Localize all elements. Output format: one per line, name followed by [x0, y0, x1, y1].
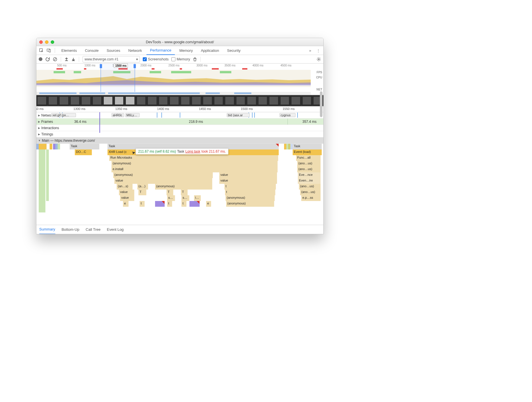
network-request-chip[interactable]: bid (aax.ar: [227, 113, 250, 117]
tab-security[interactable]: Security: [224, 46, 244, 55]
flame-segment[interactable]: T: [181, 190, 188, 195]
flame-segment[interactable]: (anonymous): [155, 184, 212, 190]
performance-toolbar: www.theverge.com #1 ▾ ✓ Screenshots Memo…: [36, 55, 323, 64]
flame-segment[interactable]: (anonymous): [112, 161, 278, 167]
flame-task[interactable]: Task: [70, 144, 99, 149]
svg-point-7: [318, 58, 319, 60]
tab-memory[interactable]: Memory: [176, 46, 196, 55]
device-toggle-icon[interactable]: [46, 47, 52, 54]
main-thread-header[interactable]: ▼Main — https://www.theverge.com/: [36, 137, 323, 144]
tab-sources[interactable]: Sources: [103, 46, 124, 55]
tab-performance[interactable]: Performance: [146, 46, 175, 55]
trash-icon[interactable]: [193, 57, 197, 61]
flame-segment[interactable]: s…: [167, 195, 175, 201]
ruler-tick: 1250 ms: [36, 107, 44, 111]
menu-icon[interactable]: ⋮: [315, 48, 322, 53]
flame-segment[interactable]: value: [219, 172, 277, 178]
flame-segment[interactable]: Event (load): [293, 149, 322, 155]
screenshots-checkbox[interactable]: ✓: [143, 57, 147, 61]
flame-segment[interactable]: t: [224, 184, 276, 190]
flame-segment[interactable]: value: [120, 195, 134, 201]
screenshots-checkbox-group[interactable]: ✓ Screenshots: [143, 57, 169, 61]
flame-segment[interactable]: [155, 201, 165, 207]
flame-segment[interactable]: [50, 144, 52, 149]
flame-segment[interactable]: (an…s): [117, 184, 133, 190]
ruler-tick: 1550 ms: [283, 107, 295, 111]
flame-segment[interactable]: (ano…us): [297, 161, 321, 167]
clear-button[interactable]: [53, 57, 57, 62]
flame-segment[interactable]: T: [167, 190, 173, 195]
flame-segment[interactable]: (anonymous): [226, 195, 275, 201]
flame-segment[interactable]: value: [219, 178, 277, 184]
screenshot-filmstrip[interactable]: [36, 95, 323, 107]
vertical-scrollbar[interactable]: [320, 91, 323, 224]
flame-segment[interactable]: (anonymous): [113, 172, 213, 178]
flame-task[interactable]: Task: [293, 144, 322, 149]
details-tab-event-log[interactable]: Event Log: [107, 225, 124, 234]
overview-tick: 4000 ms: [253, 64, 263, 67]
flame-segment[interactable]: Run Microtasks: [109, 155, 278, 161]
network-track-header[interactable]: ▶Network xel.gif (px…aHR0cM6Ly…bid (aax.…: [36, 112, 323, 119]
flame-segment[interactable]: t: [140, 201, 145, 207]
details-tab-call-tree[interactable]: Call Tree: [86, 225, 101, 234]
flame-chart[interactable]: ➤ 211.67 ms (self 8.62 ms) Task Long tas…: [36, 144, 323, 224]
flame-segment[interactable]: Func…all: [296, 155, 321, 161]
overview-panel[interactable]: 500 ms1000 ms1500 ms2000 ms2500 ms3000 m…: [36, 64, 323, 95]
network-request-chip[interactable]: cygnus: [279, 113, 296, 117]
flame-segment[interactable]: [58, 144, 60, 149]
network-request-chip[interactable]: xel.gif (px…: [51, 113, 76, 117]
frames-track[interactable]: ▶Frames 36.4 ms218.9 ms357.4 ms: [36, 119, 323, 125]
tab-elements[interactable]: Elements: [58, 46, 80, 55]
flame-segment[interactable]: [46, 149, 49, 201]
tab-application[interactable]: Application: [197, 46, 223, 55]
flame-segment[interactable]: (ano…us): [299, 184, 321, 190]
flame-segment[interactable]: t: [225, 190, 275, 195]
flame-segment[interactable]: value: [119, 190, 134, 195]
timings-track[interactable]: ▶Timings: [36, 131, 323, 137]
detail-ruler[interactable]: 1250 ms1300 ms1350 ms1400 ms1450 ms1500 …: [36, 107, 323, 112]
flame-segment[interactable]: Even…ire: [298, 178, 321, 184]
flame-segment[interactable]: value: [114, 178, 212, 184]
flame-segment[interactable]: i…: [194, 195, 201, 201]
flame-segment[interactable]: [189, 201, 200, 207]
network-request-chip[interactable]: M6Ly…: [125, 113, 140, 117]
tab-console[interactable]: Console: [81, 46, 102, 55]
more-tabs-icon[interactable]: »: [307, 48, 314, 53]
flame-segment[interactable]: e: [123, 201, 129, 207]
details-tab-summary[interactable]: Summary: [39, 225, 55, 234]
flame-segment[interactable]: e.install: [112, 167, 278, 172]
reload-button[interactable]: [45, 57, 50, 62]
details-tab-bottom-up[interactable]: Bottom-Up: [62, 225, 79, 234]
memory-label: Memory: [177, 57, 190, 61]
tracks-area[interactable]: ▶Network xel.gif (px…aHR0cM6Ly…bid (aax.…: [36, 112, 323, 225]
flame-segment[interactable]: Eve…nce: [298, 172, 321, 178]
inspect-element-icon[interactable]: [38, 47, 44, 54]
flame-segment[interactable]: T: [138, 190, 146, 195]
memory-checkbox[interactable]: [171, 57, 175, 61]
flame-segment[interactable]: (a…): [137, 184, 148, 190]
recording-select[interactable]: www.theverge.com #1 ▾: [83, 56, 140, 62]
load-profile-icon[interactable]: [64, 57, 69, 61]
record-button[interactable]: [39, 57, 42, 61]
save-profile-icon[interactable]: [71, 57, 75, 61]
flame-segment[interactable]: e.p…ss: [301, 195, 321, 201]
overview-selection[interactable]: [101, 64, 135, 95]
flame-segment[interactable]: t: [167, 201, 172, 207]
flame-segment[interactable]: (anonymous): [226, 201, 274, 207]
flame-segment[interactable]: [39, 144, 47, 149]
memory-checkbox-group[interactable]: Memory: [171, 57, 190, 61]
network-request-chip[interactable]: aHR0c: [112, 113, 124, 117]
flame-segment[interactable]: e: [206, 201, 211, 207]
flame-segment[interactable]: t: [181, 201, 187, 207]
flame-segment[interactable]: [39, 149, 46, 212]
window-title: DevTools - www.google.com/gmail/about/: [36, 40, 323, 44]
tab-network[interactable]: Network: [125, 46, 146, 55]
flame-segment[interactable]: DO…C: [75, 149, 92, 155]
interactions-track[interactable]: ▶Interactions: [36, 125, 323, 131]
flame-segment[interactable]: (ano…us): [297, 167, 321, 172]
ruler-tick: 1350 ms: [115, 107, 127, 111]
flame-segment[interactable]: s…: [181, 195, 189, 201]
selection-time-label: 1500 ms: [114, 64, 128, 68]
flame-segment[interactable]: (ano…us): [300, 190, 321, 195]
settings-gear-icon[interactable]: [316, 57, 321, 62]
